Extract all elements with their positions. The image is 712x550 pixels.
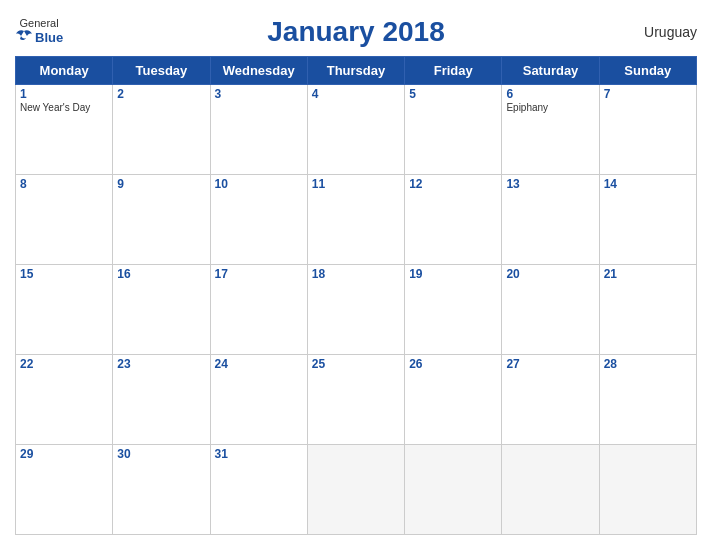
day-number: 10 [215,177,303,191]
calendar-cell: 25 [307,355,404,445]
weekday-header-friday: Friday [405,57,502,85]
calendar-week-row: 22232425262728 [16,355,697,445]
weekday-header-monday: Monday [16,57,113,85]
calendar-week-row: 891011121314 [16,175,697,265]
calendar-cell: 12 [405,175,502,265]
calendar-week-row: 1New Year's Day23456Epiphany7 [16,85,697,175]
calendar-cell [599,445,696,535]
calendar-cell: 31 [210,445,307,535]
calendar-cell: 10 [210,175,307,265]
day-number: 29 [20,447,108,461]
weekday-header-sunday: Sunday [599,57,696,85]
calendar-cell: 13 [502,175,599,265]
calendar-table: MondayTuesdayWednesdayThursdayFridaySatu… [15,56,697,535]
calendar-cell: 28 [599,355,696,445]
day-number: 16 [117,267,205,281]
calendar-cell: 27 [502,355,599,445]
day-number: 26 [409,357,497,371]
day-number: 6 [506,87,594,101]
weekday-header-saturday: Saturday [502,57,599,85]
day-number: 30 [117,447,205,461]
calendar-cell [502,445,599,535]
day-number: 3 [215,87,303,101]
calendar-cell: 4 [307,85,404,175]
day-number: 23 [117,357,205,371]
day-number: 22 [20,357,108,371]
calendar-cell: 11 [307,175,404,265]
logo-general-text: General [20,18,59,29]
calendar-cell: 19 [405,265,502,355]
calendar-week-row: 15161718192021 [16,265,697,355]
day-number: 21 [604,267,692,281]
calendar-cell: 17 [210,265,307,355]
calendar-title: January 2018 [267,16,444,48]
day-number: 28 [604,357,692,371]
day-number: 9 [117,177,205,191]
day-number: 25 [312,357,400,371]
calendar-cell: 26 [405,355,502,445]
calendar-cell: 3 [210,85,307,175]
calendar-cell: 21 [599,265,696,355]
calendar-cell: 23 [113,355,210,445]
day-number: 12 [409,177,497,191]
weekday-header-wednesday: Wednesday [210,57,307,85]
calendar-cell: 29 [16,445,113,535]
calendar-cell: 30 [113,445,210,535]
logo: General Blue [15,18,63,46]
calendar-cell: 20 [502,265,599,355]
logo-bird-icon [15,29,33,46]
weekday-header-tuesday: Tuesday [113,57,210,85]
day-number: 7 [604,87,692,101]
day-number: 17 [215,267,303,281]
calendar-cell: 1New Year's Day [16,85,113,175]
day-number: 13 [506,177,594,191]
calendar-cell: 22 [16,355,113,445]
calendar-cell: 18 [307,265,404,355]
calendar-cell: 6Epiphany [502,85,599,175]
calendar-week-row: 293031 [16,445,697,535]
day-number: 2 [117,87,205,101]
day-number: 20 [506,267,594,281]
calendar-cell: 5 [405,85,502,175]
day-number: 14 [604,177,692,191]
calendar-cell: 8 [16,175,113,265]
holiday-name: New Year's Day [20,102,108,113]
day-number: 19 [409,267,497,281]
calendar-cell [405,445,502,535]
day-number: 8 [20,177,108,191]
country-label: Uruguay [644,24,697,40]
day-number: 4 [312,87,400,101]
weekday-header-row: MondayTuesdayWednesdayThursdayFridaySatu… [16,57,697,85]
calendar-cell [307,445,404,535]
calendar-cell: 15 [16,265,113,355]
day-number: 5 [409,87,497,101]
day-number: 1 [20,87,108,101]
weekday-header-thursday: Thursday [307,57,404,85]
calendar-header: General Blue January 2018 Uruguay [15,10,697,52]
logo-blue-text: Blue [35,31,63,44]
calendar-cell: 24 [210,355,307,445]
calendar-cell: 16 [113,265,210,355]
day-number: 31 [215,447,303,461]
calendar-cell: 14 [599,175,696,265]
calendar-cell: 2 [113,85,210,175]
holiday-name: Epiphany [506,102,594,113]
day-number: 18 [312,267,400,281]
calendar-cell: 9 [113,175,210,265]
day-number: 27 [506,357,594,371]
calendar-cell: 7 [599,85,696,175]
day-number: 15 [20,267,108,281]
day-number: 24 [215,357,303,371]
day-number: 11 [312,177,400,191]
